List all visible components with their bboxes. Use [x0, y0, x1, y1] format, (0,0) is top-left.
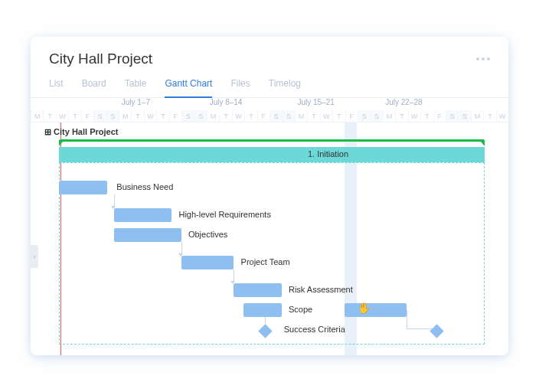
day-header-cell: F — [257, 110, 270, 122]
gantt-timeline[interactable]: July 1–7 July 8–14 July 15–21 July 22–28… — [31, 98, 508, 355]
day-header-cell: F — [169, 110, 181, 122]
day-header-cell: S — [446, 110, 458, 122]
task-label: High-level Requirements — [178, 210, 270, 219]
day-header-cell: T — [332, 110, 345, 122]
day-header-cell: W — [144, 110, 156, 122]
day-header-cell: W — [408, 110, 420, 122]
day-header-cell: M — [383, 110, 395, 122]
day-header-cell: S — [270, 110, 282, 122]
task-bar-business-need[interactable] — [59, 181, 106, 194]
phase-label: 1. Initiation — [308, 149, 348, 158]
page-title: City Hall Project — [49, 51, 152, 67]
task-bar-risk[interactable] — [234, 283, 281, 297]
day-header-cell: T — [307, 110, 319, 122]
day-header-cell: S — [358, 110, 370, 122]
day-header-cell: T — [131, 110, 143, 122]
task-label: Success Criteria — [284, 325, 345, 334]
task-bar-dragging[interactable] — [345, 303, 407, 317]
day-header-cell: M — [31, 110, 43, 122]
task-label: Risk Assessment — [289, 285, 353, 294]
task-label: Project Team — [241, 257, 290, 266]
day-header-cell: M — [471, 110, 483, 122]
day-header-cell: F — [345, 110, 358, 122]
grab-cursor-icon: ✋ — [358, 302, 371, 314]
tab-timelog[interactable]: Timelog — [269, 78, 301, 97]
chevron-right-icon: › — [34, 253, 36, 260]
week-label: July 8–14 — [207, 98, 295, 110]
day-header-cell: S — [181, 110, 194, 122]
task-bar-scope[interactable] — [243, 303, 282, 317]
project-summary-bar[interactable] — [59, 139, 484, 144]
task-bar-project-team[interactable] — [181, 256, 234, 270]
tab-gantt-chart[interactable]: Gantt Chart — [165, 78, 212, 98]
project-card: City Hall Project List Board Table Gantt… — [31, 37, 508, 355]
day-header-cell: T — [219, 110, 231, 122]
tab-table[interactable]: Table — [125, 78, 147, 97]
week-label: July 15–21 — [294, 98, 382, 110]
more-menu-icon[interactable] — [476, 57, 490, 60]
week-label: July 1–7 — [119, 98, 207, 110]
week-label: July 22–28 — [382, 98, 470, 110]
day-header-cell: S — [106, 110, 119, 122]
view-tabs: List Board Table Gantt Chart Files Timel… — [31, 72, 508, 98]
project-row-label[interactable]: City Hall Project — [44, 127, 118, 137]
day-header-cell: W — [320, 110, 332, 122]
task-label: Objectives — [188, 230, 227, 239]
gantt-body: › City Hall Project 1. Initiation Busine… — [31, 122, 508, 355]
day-header-cell: M — [295, 110, 307, 122]
card-header: City Hall Project — [31, 37, 508, 72]
day-header-cell: S — [194, 110, 206, 122]
week-header-row: July 1–7 July 8–14 July 15–21 July 22–28 — [31, 98, 508, 110]
day-header-cell: M — [119, 110, 131, 122]
day-header-cell: T — [483, 110, 495, 122]
day-header-cell: T — [420, 110, 433, 122]
task-bar-hl-req[interactable] — [114, 208, 172, 222]
day-header-cell: F — [433, 110, 446, 122]
tab-list[interactable]: List — [49, 78, 64, 97]
day-header-cell: S — [282, 110, 294, 122]
task-label: Scope — [289, 305, 312, 314]
day-header-cell: T — [156, 110, 168, 122]
expand-panel-handle[interactable]: › — [31, 245, 38, 268]
tab-files[interactable]: Files — [230, 78, 250, 97]
day-header-cell: W — [232, 110, 244, 122]
day-header-cell: T — [43, 110, 55, 122]
day-header-cell: T — [68, 110, 80, 122]
day-header-cell: M — [207, 110, 219, 122]
day-header-cell: T — [244, 110, 256, 122]
task-bar-objectives[interactable] — [114, 228, 181, 242]
phase-bar-initiation[interactable] — [59, 147, 484, 162]
day-header-cell: S — [370, 110, 382, 122]
tab-board[interactable]: Board — [82, 78, 106, 97]
day-header-cell: S — [458, 110, 470, 122]
day-header-cell: S — [93, 110, 106, 122]
day-header-cell: T — [395, 110, 407, 122]
task-label: Business Need — [116, 182, 173, 191]
day-header-cell: F — [81, 110, 93, 122]
day-header-row: MTWTFSSMTWTFSSMTWTFSSMTWTFSSMTWTFSSMTW — [31, 110, 508, 122]
day-header-cell: W — [56, 110, 68, 122]
day-header-cell: W — [496, 110, 508, 122]
